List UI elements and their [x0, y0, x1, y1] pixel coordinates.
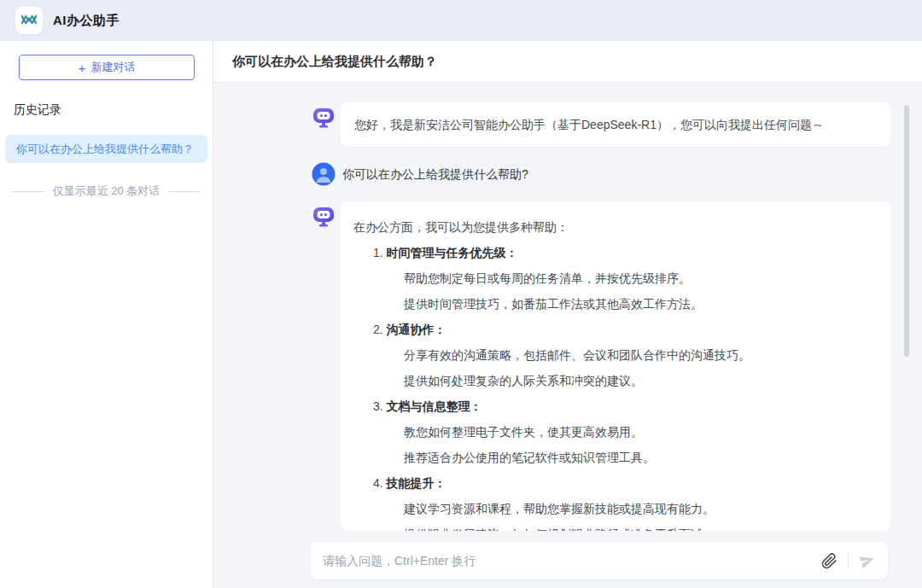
- new-chat-label: 新建对话: [90, 60, 135, 75]
- history-heading: 历史记录: [14, 102, 199, 118]
- section-heading: 3. 文档与信息整理：: [353, 398, 877, 415]
- user-avatar-icon: [312, 162, 336, 186]
- app-title: AI办公助手: [53, 13, 120, 29]
- robot-avatar-icon: [312, 204, 336, 228]
- section-point: 建议学习资源和课程，帮助您掌握新技能或提高现有能力。: [353, 500, 877, 517]
- divider-line: [12, 191, 44, 192]
- chat-title: 你可以在办公上给我提供什么帮助？: [232, 54, 437, 70]
- user-message-text: 你可以在办公上给我提供什么帮助?: [342, 162, 528, 186]
- bot-message: 在办公方面，我可以为您提供多种帮助： 1. 时间管理与任务优先级： 帮助您制定每…: [312, 201, 890, 531]
- divider-line: [848, 552, 849, 569]
- sidebar: + 新建对话 历史记录 你可以在办公上给我提供什么帮助？ 仅显示最近 20 条对…: [0, 41, 213, 588]
- history-footer-note: 仅显示最近 20 条对话: [53, 183, 160, 199]
- divider-line: [168, 191, 201, 192]
- scrollbar-thumb[interactable]: [904, 105, 909, 357]
- section-point: 提供如何处理复杂的人际关系和冲突的建议。: [353, 372, 877, 389]
- section-heading: 4. 技能提升：: [353, 474, 877, 492]
- bot-message-bubble: 在办公方面，我可以为您提供多种帮助： 1. 时间管理与任务优先级： 帮助您制定每…: [341, 201, 890, 531]
- chat-main: 你可以在办公上给我提供什么帮助？: [213, 41, 922, 588]
- app-header: AI办公助手: [0, 0, 922, 41]
- chat-title-bar: 你可以在办公上给我提供什么帮助？: [213, 41, 922, 83]
- section-point: 分享有效的沟通策略，包括邮件、会议和团队合作中的沟通技巧。: [353, 346, 877, 364]
- logo-icon: [20, 10, 38, 32]
- bot-message-bubble: 您好，我是新安洁公司智能办公助手（基于DeepSeek-R1），您可以向我提出任…: [341, 102, 890, 147]
- app-logo: [15, 7, 43, 34]
- chat-body: 您好，我是新安洁公司智能办公助手（基于DeepSeek-R1），您可以向我提出任…: [213, 83, 922, 588]
- composer: [311, 542, 888, 579]
- history-footer: 仅显示最近 20 条对话: [0, 183, 213, 199]
- paperclip-icon[interactable]: [821, 553, 837, 569]
- answer-intro: 在办公方面，我可以为您提供多种帮助：: [353, 218, 877, 236]
- section-point: 提供时间管理技巧，如番茄工作法或其他高效工作方法。: [353, 295, 877, 312]
- section-point: 教您如何整理电子文件夹，使其更高效易用。: [353, 423, 877, 440]
- section-point: 提供职业发展建议，如如何规划职业路径或准备晋升面试。: [353, 526, 877, 531]
- message-list: 您好，我是新安洁公司智能办公助手（基于DeepSeek-R1），您可以向我提出任…: [213, 83, 922, 531]
- robot-avatar-icon: [312, 105, 336, 129]
- bot-message: 您好，我是新安洁公司智能办公助手（基于DeepSeek-R1），您可以向我提出任…: [312, 102, 890, 147]
- section-point: 帮助您制定每日或每周的任务清单，并按优先级排序。: [353, 270, 877, 287]
- question-input[interactable]: [323, 554, 821, 568]
- new-chat-button[interactable]: + 新建对话: [19, 55, 195, 80]
- user-message: 你可以在办公上给我提供什么帮助?: [312, 162, 890, 186]
- section-heading: 2. 沟通协作：: [353, 321, 877, 338]
- history-item-active[interactable]: 你可以在办公上给我提供什么帮助？: [5, 135, 207, 163]
- paper-plane-icon[interactable]: [859, 552, 876, 569]
- plus-icon: +: [79, 61, 86, 74]
- section-point: 推荐适合办公使用的笔记软件或知识管理工具。: [353, 449, 877, 466]
- section-heading: 1. 时间管理与任务优先级：: [353, 244, 877, 261]
